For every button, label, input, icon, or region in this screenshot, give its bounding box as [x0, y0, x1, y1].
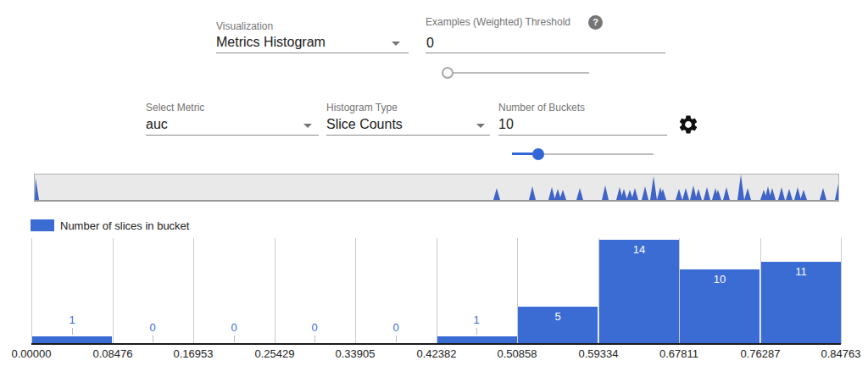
x-axis-tick-label: 0.67811 [645, 347, 713, 360]
bar-label-stem [476, 328, 477, 335]
overview-spike [35, 178, 39, 200]
x-axis-tick-label: 0.16953 [159, 347, 227, 360]
visualization-value[interactable]: Metrics Histogram [216, 35, 326, 50]
x-axis-tick-label: 0.84763 [807, 347, 868, 360]
bar-value-label: 0 [221, 321, 247, 334]
chart-gridline [355, 238, 356, 344]
histogram-type-underline [326, 135, 490, 136]
threshold-slider-thumb[interactable] [442, 67, 453, 79]
overview-spike [800, 190, 807, 200]
num-buckets-input[interactable]: 10 [498, 117, 514, 132]
histogram-type-label: Histogram Type [326, 102, 398, 114]
x-axis-tick-label: 0.42382 [403, 347, 470, 360]
overview-spike [835, 184, 838, 200]
threshold-slider-track[interactable] [445, 72, 589, 74]
overview-spike [676, 189, 682, 200]
bar-value-label: 1 [464, 313, 489, 326]
overview-spike [723, 187, 730, 200]
overview-spike [744, 188, 751, 200]
visualization-underline [216, 53, 409, 53]
chart-gridline [193, 238, 194, 344]
threshold-input[interactable]: 0 [426, 36, 434, 51]
metric-value[interactable]: auc [146, 117, 168, 132]
overview-spikes [35, 175, 838, 200]
overview-spike [632, 188, 638, 200]
overview-spike [559, 190, 566, 200]
visualization-label: Visualization [216, 20, 273, 32]
chart-gridline [841, 238, 842, 344]
chevron-down-icon[interactable] [303, 124, 312, 128]
chart-gridline [113, 238, 114, 344]
x-axis-baseline [31, 343, 841, 345]
overview-spike [493, 188, 500, 200]
legend-swatch [31, 219, 54, 231]
overview-spike [820, 188, 826, 200]
overview-spike [576, 188, 583, 200]
histogram-type-value[interactable]: Slice Counts [326, 117, 403, 132]
bar-value-label: 10 [679, 273, 760, 286]
bar-label-stem [72, 328, 73, 335]
chart-gridline [437, 238, 437, 344]
bar-value-label: 14 [598, 243, 680, 256]
chevron-down-icon[interactable] [392, 42, 400, 46]
overview-spike [682, 188, 689, 200]
settings-gear-icon[interactable] [677, 114, 699, 136]
overview-spike [695, 189, 702, 200]
bar-label-stem [234, 336, 235, 342]
bar-label-stem [314, 336, 315, 342]
x-axis-tick-label: 0.08476 [79, 347, 147, 360]
overview-spike [529, 186, 536, 200]
overview-spike [786, 189, 793, 200]
metrics-histogram-panel: Visualization Metrics Histogram Examples… [0, 0, 868, 366]
overview-spike [650, 176, 657, 200]
num-buckets-underline [498, 135, 667, 136]
overview-spike [642, 186, 648, 200]
bar-value-label: 5 [517, 310, 598, 323]
overview-spike [794, 187, 801, 200]
threshold-underline [426, 53, 665, 53]
overview-spike [778, 187, 785, 200]
metric-underline [146, 135, 319, 136]
overview-spike [602, 186, 609, 200]
bar-label-stem [396, 336, 397, 342]
overview-spike [704, 187, 710, 200]
x-axis-tick-label: 0.50858 [483, 347, 551, 360]
overview-spike [548, 187, 555, 200]
chevron-down-icon[interactable] [476, 124, 485, 128]
num-buckets-label: Number of Buckets [498, 102, 585, 114]
metrics-overview-strip[interactable] [34, 174, 839, 202]
overview-spike [737, 175, 744, 200]
bar-value-label: 1 [59, 313, 85, 326]
chart-gridline [31, 238, 32, 344]
num-buckets-slider-thumb[interactable] [532, 148, 544, 160]
bar-value-label: 0 [140, 321, 165, 334]
help-icon[interactable]: ? [588, 15, 603, 30]
bar-value-label: 0 [302, 321, 327, 334]
x-axis-tick-label: 0.00000 [0, 347, 65, 360]
x-axis-tick-label: 0.33905 [321, 347, 389, 360]
threshold-label: Examples (Weighted) Threshold [426, 16, 570, 28]
x-axis-tick-label: 0.59334 [565, 347, 632, 360]
legend-label: Number of slices in bucket [60, 219, 189, 232]
metric-label: Select Metric [146, 102, 204, 114]
bar-value-label: 0 [383, 321, 409, 334]
x-axis-tick-label: 0.25429 [241, 347, 309, 360]
bar-label-stem [153, 336, 153, 342]
bar-value-label: 11 [760, 265, 842, 278]
x-axis-tick-label: 0.76287 [726, 347, 794, 360]
chart-gridline [275, 238, 275, 344]
